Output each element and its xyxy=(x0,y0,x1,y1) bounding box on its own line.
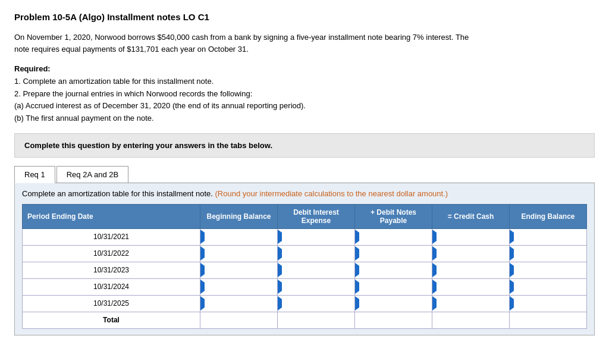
tab-content-area: Complete an amortization table for this … xyxy=(14,183,595,335)
input-credit-cash-0[interactable] xyxy=(437,229,509,245)
cell-ending-balance-2[interactable] xyxy=(510,262,587,278)
input-marker-debit-notes-0 xyxy=(355,233,359,241)
cell-beginning-balance-5[interactable] xyxy=(200,312,278,328)
input-total-ending-balance[interactable] xyxy=(510,312,586,328)
input-marker-ending-balance-4 xyxy=(510,299,514,307)
cell-credit-cash-5[interactable] xyxy=(432,312,510,328)
input-debit-notes-2[interactable] xyxy=(359,262,432,278)
cell-credit-cash-3[interactable] xyxy=(432,278,510,295)
cell-debit-interest-4[interactable] xyxy=(278,295,355,312)
cell-ending-balance-3[interactable] xyxy=(510,278,587,295)
input-credit-cash-4[interactable] xyxy=(437,296,509,312)
input-ending-balance-1[interactable] xyxy=(514,246,586,262)
input-debit-notes-4[interactable] xyxy=(359,296,432,312)
cell-debit-notes-3[interactable] xyxy=(355,278,432,295)
input-total-credit-cash[interactable] xyxy=(432,312,509,328)
input-total-debit-interest[interactable] xyxy=(278,312,354,328)
input-marker-beginning-balance-1 xyxy=(200,249,205,258)
input-beginning-balance-2[interactable] xyxy=(205,262,277,278)
cell-debit-interest-5[interactable] xyxy=(278,312,355,328)
input-credit-cash-3[interactable] xyxy=(437,279,509,295)
input-beginning-balance-0[interactable] xyxy=(205,229,277,245)
cell-ending-balance-1[interactable] xyxy=(510,245,587,262)
period-date-3: 10/31/2024 xyxy=(23,278,200,295)
input-debit-interest-3[interactable] xyxy=(282,279,354,295)
input-credit-cash-1[interactable] xyxy=(437,246,509,262)
tabs-container: Req 1 Req 2A and 2B xyxy=(14,166,595,183)
table-row: 10/31/2025 xyxy=(23,295,587,312)
period-date-2: 10/31/2023 xyxy=(23,262,200,278)
cell-credit-cash-0[interactable] xyxy=(432,228,510,245)
input-debit-notes-0[interactable] xyxy=(359,229,432,245)
cell-credit-cash-4[interactable] xyxy=(432,295,510,312)
cell-beginning-balance-4[interactable] xyxy=(200,295,278,312)
cell-beginning-balance-0[interactable] xyxy=(200,228,278,245)
cell-credit-cash-2[interactable] xyxy=(432,262,510,278)
cell-beginning-balance-1[interactable] xyxy=(200,245,278,262)
cell-debit-interest-3[interactable] xyxy=(278,278,355,295)
input-total-debit-notes[interactable] xyxy=(355,312,432,328)
input-marker-debit-notes-1 xyxy=(355,249,359,258)
req1-text: 1. Complete an amortization table for th… xyxy=(14,76,595,88)
tab-req1[interactable]: Req 1 xyxy=(14,166,55,183)
header-credit-cash: = Credit Cash xyxy=(432,204,510,228)
header-beginning: Beginning Balance xyxy=(200,204,278,228)
header-debit-notes: + Debit Notes Payable xyxy=(355,204,432,228)
input-ending-balance-0[interactable] xyxy=(514,229,586,245)
input-marker-beginning-balance-4 xyxy=(200,299,205,307)
cell-debit-interest-0[interactable] xyxy=(278,228,355,245)
cell-debit-interest-2[interactable] xyxy=(278,262,355,278)
input-total-beginning-balance[interactable] xyxy=(200,312,277,328)
tabs-wrapper: Req 1 Req 2A and 2B Complete an amortiza… xyxy=(14,166,595,335)
input-marker-debit-interest-0 xyxy=(278,233,282,241)
table-row: 10/31/2021 xyxy=(23,228,587,245)
cell-debit-notes-4[interactable] xyxy=(355,295,432,312)
cell-debit-notes-1[interactable] xyxy=(355,245,432,262)
table-row: 10/31/2022 xyxy=(23,245,587,262)
tab-req2[interactable]: Req 2A and 2B xyxy=(56,166,128,183)
cell-debit-notes-5[interactable] xyxy=(355,312,432,328)
input-marker-beginning-balance-0 xyxy=(200,233,205,241)
cell-beginning-balance-2[interactable] xyxy=(200,262,278,278)
cell-beginning-balance-3[interactable] xyxy=(200,278,278,295)
input-debit-notes-1[interactable] xyxy=(359,246,432,262)
cell-debit-interest-1[interactable] xyxy=(278,245,355,262)
cell-ending-balance-4[interactable] xyxy=(510,295,587,312)
input-debit-interest-4[interactable] xyxy=(282,296,354,312)
table-header-row: Period Ending Date Beginning Balance Deb… xyxy=(23,204,587,228)
cell-debit-notes-0[interactable] xyxy=(355,228,432,245)
input-marker-debit-notes-4 xyxy=(355,299,359,307)
required-section: Required: 1. Complete an amortization ta… xyxy=(14,63,595,125)
required-label: Required: xyxy=(14,64,51,73)
input-ending-balance-3[interactable] xyxy=(514,279,586,295)
input-marker-ending-balance-3 xyxy=(510,283,514,291)
cell-debit-notes-2[interactable] xyxy=(355,262,432,278)
cell-credit-cash-1[interactable] xyxy=(432,245,510,262)
amortization-table: Period Ending Date Beginning Balance Deb… xyxy=(22,204,587,329)
input-ending-balance-4[interactable] xyxy=(514,296,586,312)
input-marker-debit-interest-3 xyxy=(278,283,282,291)
period-date-4: 10/31/2025 xyxy=(23,295,200,312)
input-debit-interest-0[interactable] xyxy=(282,229,354,245)
input-debit-notes-3[interactable] xyxy=(359,279,432,295)
input-beginning-balance-1[interactable] xyxy=(205,246,277,262)
header-period: Period Ending Date xyxy=(23,204,200,228)
input-marker-credit-cash-1 xyxy=(432,249,437,258)
input-marker-ending-balance-1 xyxy=(510,249,514,258)
input-beginning-balance-3[interactable] xyxy=(205,279,277,295)
instruction-text: Complete this question by entering your … xyxy=(24,141,272,150)
period-date-0: 10/31/2021 xyxy=(23,228,200,245)
table-row: 10/31/2023 xyxy=(23,262,587,278)
input-ending-balance-2[interactable] xyxy=(514,262,586,278)
input-marker-debit-interest-2 xyxy=(278,266,282,274)
tab-note: (Round your intermediate calculations to… xyxy=(215,189,448,198)
table-total-row: Total xyxy=(23,312,587,328)
page-title: Problem 10-5A (Algo) Installment notes L… xyxy=(14,12,595,22)
input-debit-interest-2[interactable] xyxy=(282,262,354,278)
req-a-text: (a) Accrued interest as of December 31, … xyxy=(14,100,595,112)
input-debit-interest-1[interactable] xyxy=(282,246,354,262)
cell-ending-balance-5[interactable] xyxy=(510,312,587,328)
input-beginning-balance-4[interactable] xyxy=(205,296,277,312)
input-credit-cash-2[interactable] xyxy=(437,262,509,278)
cell-ending-balance-0[interactable] xyxy=(510,228,587,245)
